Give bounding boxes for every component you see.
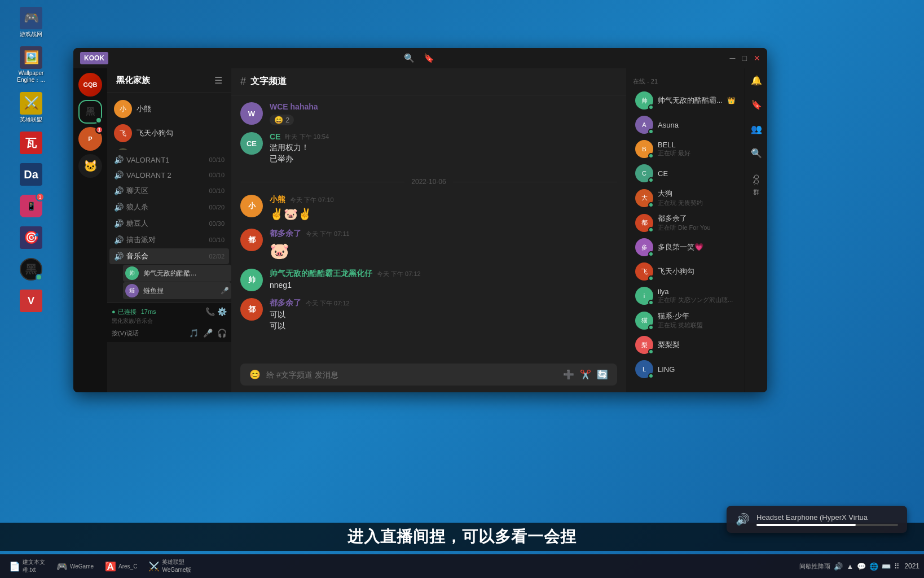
- member-avatar-lilili: 梨: [635, 336, 653, 354]
- tray-network[interactable]: 🌐: [869, 562, 878, 571]
- member-item-lilili[interactable]: 梨 梨梨梨: [628, 333, 742, 357]
- desktop-icon-valorant[interactable]: V: [5, 287, 58, 316]
- tray-input[interactable]: ⌨️: [882, 562, 891, 571]
- audio-notification: 🔊 Headset Earphone (HyperX Virtua: [727, 506, 907, 533]
- tray-arrow[interactable]: ▲: [846, 562, 853, 571]
- msg-avatar-xiaoxiong: 小: [240, 195, 263, 217]
- msg-reaction-wce[interactable]: 😄 2: [270, 115, 294, 125]
- dm-section: 小 小熊 飞 飞天小狗勾 棕 棕砝: [107, 93, 231, 150]
- channel-valorant2[interactable]: 🔊 VALORANT 2 00/10: [109, 168, 229, 182]
- member-item-ling[interactable]: L LING: [628, 357, 742, 381]
- channel-title: 文字频道: [250, 76, 287, 87]
- channel-chatzone[interactable]: 🔊 聊天区 00/10: [109, 183, 229, 199]
- msg-header-doduoyule1: 都多余了 今天 下午 07:11: [270, 229, 617, 239]
- gif-icon[interactable]: 🔄: [597, 369, 608, 380]
- settings-icon[interactable]: ⚙️: [217, 307, 227, 316]
- member-item-feitianxiaogou[interactable]: 飞 飞天小狗勾: [628, 260, 742, 283]
- member-item-ilya[interactable]: i ilya 正在听 失恋ソング沢山聴...: [628, 284, 742, 308]
- msg-username-doduoyule2: 都多余了: [270, 298, 301, 308]
- bookmark-icon[interactable]: 🔖: [424, 53, 434, 63]
- member-item-doduoyule[interactable]: 都 都多余了 正在听 Die For You: [628, 211, 742, 235]
- desktop-icon-game-net[interactable]: 🎮 游戏战网: [5, 5, 58, 41]
- minimize-button[interactable]: ─: [730, 54, 736, 63]
- system-tray: 间歇性降雨 🔊 ▲ 💬 🌐 ⌨️ ⠿: [799, 562, 900, 571]
- desktop-icon-da[interactable]: Da: [5, 161, 58, 189]
- member-avatar-feitianxiaogou: 飞: [635, 262, 653, 281]
- disconnect-icon[interactable]: 📞: [205, 307, 215, 316]
- desktop-icon-app1[interactable]: 瓦: [5, 129, 58, 157]
- desktop-icon-lol[interactable]: ⚔️ 英雄联盟: [5, 90, 58, 126]
- member-avatar-bell: B: [635, 140, 653, 158]
- member-info-feitianxiaogou: 飞天小狗勾: [658, 266, 736, 277]
- taskbar-item-ares[interactable]: 🅰️ Ares_C: [100, 559, 142, 574]
- taskbar-item-lol-wegame[interactable]: ⚔️ 英雄联盟WeGame版: [144, 556, 196, 576]
- close-button[interactable]: ✕: [754, 54, 760, 63]
- msg-username-ce: CE: [270, 132, 280, 141]
- server-avatar-black[interactable]: 黑: [78, 100, 102, 124]
- search-panel-icon[interactable]: 🔍: [749, 146, 764, 161]
- desktop-icon-game2[interactable]: 🎯: [5, 224, 58, 252]
- taskbar-item-build-txt[interactable]: 📄 建文本文稚.txt: [5, 556, 50, 576]
- channel-werewolf[interactable]: 🔊 狼人杀 00/20: [109, 199, 229, 215]
- desktop-icon-pink[interactable]: 1 📱: [5, 192, 58, 221]
- audio-volume-row: [756, 524, 898, 526]
- add-icon[interactable]: ➕: [563, 369, 574, 380]
- channel-list: 黑化家族 ☰ 小 小熊 飞 飞天小狗勾 棕 棕砝: [107, 68, 231, 392]
- member-item-asuna[interactable]: A Asuna: [628, 113, 742, 137]
- channel-sugarbean[interactable]: 🔊 糖豆人 00/30: [109, 216, 229, 231]
- msg-username-wce: WCE hahaha: [270, 102, 318, 111]
- bookmark-panel-icon[interactable]: 🔖: [749, 97, 764, 112]
- server-avatar-gqb[interactable]: GQB: [78, 73, 102, 97]
- channel-shootout[interactable]: 🔊 搞击派对 00/10: [109, 232, 229, 248]
- taskbar-item-wegame[interactable]: 🎮 WeGame: [52, 559, 98, 574]
- dm-item-feitianxiaogou[interactable]: 飞 飞天小狗勾: [109, 121, 229, 145]
- status-dot-ce: [648, 177, 654, 183]
- server-avatar-p[interactable]: P 1: [78, 127, 102, 151]
- emoji-icon[interactable]: 😊: [249, 369, 261, 380]
- taskbar-icon-ares: 🅰️: [105, 561, 116, 572]
- member-info-maoxixi: 猫系·少年 正在玩 英雄联盟: [658, 311, 736, 330]
- dm-item-shuaiqi[interactable]: 帅 帅气无敌的酷酷...: [123, 265, 231, 282]
- msg-avatar-ce: CE: [240, 132, 263, 155]
- member-item-duoliang[interactable]: 多 多良第一笑💗: [628, 235, 742, 259]
- dm-item-lianyunie[interactable]: 鲢 鲢鱼捏 🎤: [123, 282, 231, 299]
- qq-group-label[interactable]: QQ群:: [752, 174, 760, 186]
- member-item-ce[interactable]: C CE: [628, 161, 742, 185]
- channel-music[interactable]: 🔊 音乐会 02/02: [109, 248, 229, 264]
- tray-chat[interactable]: 💬: [857, 562, 866, 571]
- desktop-icon-wallpaper[interactable]: 🖼️ WallpaperEngine：...: [5, 44, 58, 86]
- mic-mute-icon[interactable]: 🎤: [203, 329, 213, 338]
- channel-valorant1[interactable]: 🔊 VALORANT1 00/10: [109, 152, 229, 167]
- msg-avatar-shuaiqi-chat: 帅: [240, 269, 263, 291]
- msg-content-doduoyule1: 都多余了 今天 下午 07:11 🐷: [270, 229, 617, 262]
- member-item-maoxixi[interactable]: 猫 猫系·少年 正在玩 英雄联盟: [628, 308, 742, 332]
- chat-input[interactable]: [266, 370, 557, 379]
- desktop-icon-black[interactable]: 黑: [5, 256, 58, 284]
- headphone-icon[interactable]: 🎧: [217, 329, 227, 338]
- msg-text-doduoyule1: 🐷: [270, 240, 617, 262]
- volume-slider[interactable]: [756, 524, 898, 526]
- search-icon[interactable]: 🔍: [404, 53, 415, 63]
- server-avatar-cat[interactable]: 🐱: [78, 154, 102, 178]
- message-group-shuaiqi: 帅 帅气无敌的酷酷霸王龙黑化仔 今天 下午 07:12 nneg1: [240, 269, 617, 291]
- voice-channel-path: 黑化家族/音乐会: [112, 317, 227, 325]
- dm-item-zongsha[interactable]: 棕 棕砝: [109, 146, 229, 150]
- msg-avatar-doduoyule2: 都: [240, 298, 263, 321]
- member-item-daquan[interactable]: 大 大狗 正在玩 无畏契约: [628, 186, 742, 210]
- group-panel-icon[interactable]: 👥: [749, 121, 764, 137]
- voice-channel-icon: 🔊: [114, 203, 123, 212]
- bell-panel-icon[interactable]: 🔔: [749, 73, 764, 88]
- tray-sound[interactable]: 🔊: [834, 562, 843, 571]
- member-item-shuaiqi[interactable]: 帅 帅气无敌的酷酷霸... 👑: [628, 89, 742, 112]
- dm-item-xiaoxiong[interactable]: 小 小熊: [109, 97, 229, 121]
- scissors-icon[interactable]: ✂️: [580, 369, 591, 380]
- server-menu-icon[interactable]: ☰: [214, 75, 222, 86]
- window-controls: ─ □ ✕: [730, 54, 760, 63]
- chat-messages[interactable]: W WCE hahaha 😄 2 CE: [231, 95, 626, 359]
- member-item-bell[interactable]: B BELL 正在听 最好: [628, 137, 742, 161]
- member-avatar-ling: L: [635, 360, 653, 378]
- tray-dots[interactable]: ⠿: [894, 562, 900, 571]
- volume-icon[interactable]: 🎵: [189, 329, 199, 338]
- message-group-ce: CE CE 昨天 下午 10:54 滥用权力！已举办: [240, 132, 617, 164]
- maximize-button[interactable]: □: [742, 54, 747, 63]
